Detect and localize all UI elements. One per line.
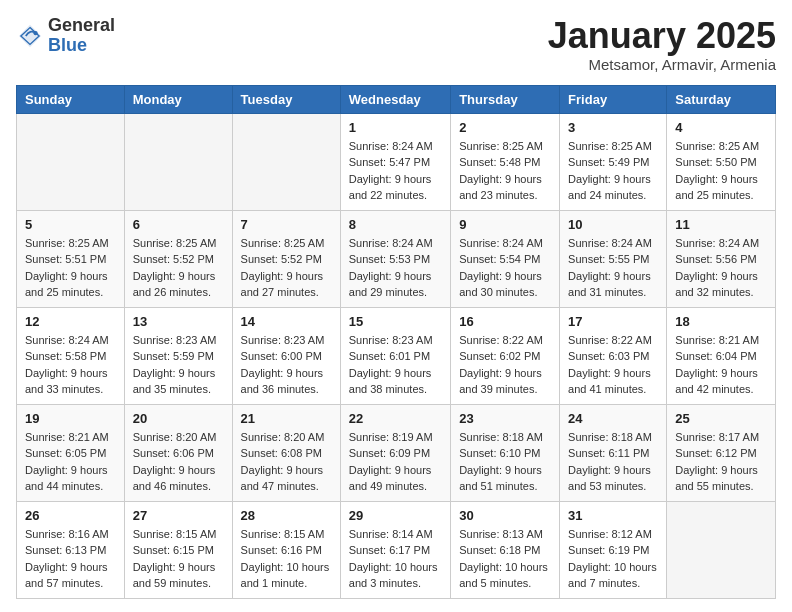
- svg-point-2: [34, 31, 38, 35]
- day-detail: Sunrise: 8:25 AM Sunset: 5:51 PM Dayligh…: [25, 235, 116, 301]
- day-number: 21: [241, 411, 332, 426]
- calendar-header: SundayMondayTuesdayWednesdayThursdayFrid…: [17, 85, 776, 113]
- day-detail: Sunrise: 8:24 AM Sunset: 5:58 PM Dayligh…: [25, 332, 116, 398]
- calendar-cell: 15Sunrise: 8:23 AM Sunset: 6:01 PM Dayli…: [340, 307, 450, 404]
- day-detail: Sunrise: 8:25 AM Sunset: 5:48 PM Dayligh…: [459, 138, 551, 204]
- day-detail: Sunrise: 8:18 AM Sunset: 6:11 PM Dayligh…: [568, 429, 658, 495]
- calendar-cell: 20Sunrise: 8:20 AM Sunset: 6:06 PM Dayli…: [124, 404, 232, 501]
- day-detail: Sunrise: 8:21 AM Sunset: 6:05 PM Dayligh…: [25, 429, 116, 495]
- day-number: 19: [25, 411, 116, 426]
- day-detail: Sunrise: 8:25 AM Sunset: 5:50 PM Dayligh…: [675, 138, 767, 204]
- calendar-cell: 26Sunrise: 8:16 AM Sunset: 6:13 PM Dayli…: [17, 501, 125, 598]
- weekday-header-thursday: Thursday: [451, 85, 560, 113]
- day-number: 3: [568, 120, 658, 135]
- weekday-header-sunday: Sunday: [17, 85, 125, 113]
- day-detail: Sunrise: 8:24 AM Sunset: 5:54 PM Dayligh…: [459, 235, 551, 301]
- calendar-cell: 14Sunrise: 8:23 AM Sunset: 6:00 PM Dayli…: [232, 307, 340, 404]
- day-number: 11: [675, 217, 767, 232]
- day-detail: Sunrise: 8:13 AM Sunset: 6:18 PM Dayligh…: [459, 526, 551, 592]
- week-row-3: 12Sunrise: 8:24 AM Sunset: 5:58 PM Dayli…: [17, 307, 776, 404]
- day-detail: Sunrise: 8:16 AM Sunset: 6:13 PM Dayligh…: [25, 526, 116, 592]
- weekday-header-wednesday: Wednesday: [340, 85, 450, 113]
- day-detail: Sunrise: 8:15 AM Sunset: 6:15 PM Dayligh…: [133, 526, 224, 592]
- calendar-cell: 18Sunrise: 8:21 AM Sunset: 6:04 PM Dayli…: [667, 307, 776, 404]
- week-row-1: 1Sunrise: 8:24 AM Sunset: 5:47 PM Daylig…: [17, 113, 776, 210]
- calendar-cell: 21Sunrise: 8:20 AM Sunset: 6:08 PM Dayli…: [232, 404, 340, 501]
- calendar-cell: 2Sunrise: 8:25 AM Sunset: 5:48 PM Daylig…: [451, 113, 560, 210]
- day-number: 13: [133, 314, 224, 329]
- logo-blue-text: Blue: [48, 36, 115, 56]
- calendar-cell: 25Sunrise: 8:17 AM Sunset: 6:12 PM Dayli…: [667, 404, 776, 501]
- day-number: 25: [675, 411, 767, 426]
- calendar-cell: 12Sunrise: 8:24 AM Sunset: 5:58 PM Dayli…: [17, 307, 125, 404]
- day-number: 10: [568, 217, 658, 232]
- day-detail: Sunrise: 8:17 AM Sunset: 6:12 PM Dayligh…: [675, 429, 767, 495]
- day-number: 29: [349, 508, 442, 523]
- calendar-cell: 8Sunrise: 8:24 AM Sunset: 5:53 PM Daylig…: [340, 210, 450, 307]
- week-row-4: 19Sunrise: 8:21 AM Sunset: 6:05 PM Dayli…: [17, 404, 776, 501]
- day-number: 28: [241, 508, 332, 523]
- calendar-cell: 4Sunrise: 8:25 AM Sunset: 5:50 PM Daylig…: [667, 113, 776, 210]
- day-number: 6: [133, 217, 224, 232]
- calendar-cell: 24Sunrise: 8:18 AM Sunset: 6:11 PM Dayli…: [560, 404, 667, 501]
- calendar-cell: 23Sunrise: 8:18 AM Sunset: 6:10 PM Dayli…: [451, 404, 560, 501]
- calendar-cell: 9Sunrise: 8:24 AM Sunset: 5:54 PM Daylig…: [451, 210, 560, 307]
- logo-general-text: General: [48, 16, 115, 36]
- calendar-cell: 11Sunrise: 8:24 AM Sunset: 5:56 PM Dayli…: [667, 210, 776, 307]
- day-number: 18: [675, 314, 767, 329]
- calendar-subtitle: Metsamor, Armavir, Armenia: [548, 56, 776, 73]
- day-detail: Sunrise: 8:22 AM Sunset: 6:03 PM Dayligh…: [568, 332, 658, 398]
- day-number: 15: [349, 314, 442, 329]
- calendar-cell: 27Sunrise: 8:15 AM Sunset: 6:15 PM Dayli…: [124, 501, 232, 598]
- day-detail: Sunrise: 8:23 AM Sunset: 6:00 PM Dayligh…: [241, 332, 332, 398]
- calendar-cell: 13Sunrise: 8:23 AM Sunset: 5:59 PM Dayli…: [124, 307, 232, 404]
- day-number: 9: [459, 217, 551, 232]
- day-detail: Sunrise: 8:24 AM Sunset: 5:47 PM Dayligh…: [349, 138, 442, 204]
- day-number: 2: [459, 120, 551, 135]
- day-number: 16: [459, 314, 551, 329]
- logo: General Blue: [16, 16, 115, 56]
- calendar-cell: [17, 113, 125, 210]
- day-number: 27: [133, 508, 224, 523]
- day-detail: Sunrise: 8:21 AM Sunset: 6:04 PM Dayligh…: [675, 332, 767, 398]
- day-detail: Sunrise: 8:25 AM Sunset: 5:49 PM Dayligh…: [568, 138, 658, 204]
- day-detail: Sunrise: 8:14 AM Sunset: 6:17 PM Dayligh…: [349, 526, 442, 592]
- title-section: January 2025 Metsamor, Armavir, Armenia: [548, 16, 776, 73]
- day-number: 22: [349, 411, 442, 426]
- day-detail: Sunrise: 8:24 AM Sunset: 5:55 PM Dayligh…: [568, 235, 658, 301]
- logo-icon: [16, 22, 44, 50]
- day-detail: Sunrise: 8:24 AM Sunset: 5:53 PM Dayligh…: [349, 235, 442, 301]
- day-number: 8: [349, 217, 442, 232]
- day-number: 7: [241, 217, 332, 232]
- weekday-header-monday: Monday: [124, 85, 232, 113]
- day-number: 26: [25, 508, 116, 523]
- header: General Blue January 2025 Metsamor, Arma…: [16, 16, 776, 73]
- calendar-cell: [232, 113, 340, 210]
- day-detail: Sunrise: 8:19 AM Sunset: 6:09 PM Dayligh…: [349, 429, 442, 495]
- calendar-cell: 3Sunrise: 8:25 AM Sunset: 5:49 PM Daylig…: [560, 113, 667, 210]
- day-detail: Sunrise: 8:25 AM Sunset: 5:52 PM Dayligh…: [241, 235, 332, 301]
- calendar-cell: [667, 501, 776, 598]
- day-number: 20: [133, 411, 224, 426]
- day-detail: Sunrise: 8:23 AM Sunset: 5:59 PM Dayligh…: [133, 332, 224, 398]
- calendar-cell: [124, 113, 232, 210]
- calendar-cell: 1Sunrise: 8:24 AM Sunset: 5:47 PM Daylig…: [340, 113, 450, 210]
- calendar-cell: 19Sunrise: 8:21 AM Sunset: 6:05 PM Dayli…: [17, 404, 125, 501]
- day-number: 30: [459, 508, 551, 523]
- week-row-5: 26Sunrise: 8:16 AM Sunset: 6:13 PM Dayli…: [17, 501, 776, 598]
- day-number: 1: [349, 120, 442, 135]
- calendar-cell: 6Sunrise: 8:25 AM Sunset: 5:52 PM Daylig…: [124, 210, 232, 307]
- day-detail: Sunrise: 8:20 AM Sunset: 6:06 PM Dayligh…: [133, 429, 224, 495]
- calendar-cell: 29Sunrise: 8:14 AM Sunset: 6:17 PM Dayli…: [340, 501, 450, 598]
- day-number: 31: [568, 508, 658, 523]
- week-row-2: 5Sunrise: 8:25 AM Sunset: 5:51 PM Daylig…: [17, 210, 776, 307]
- calendar-cell: 7Sunrise: 8:25 AM Sunset: 5:52 PM Daylig…: [232, 210, 340, 307]
- calendar-cell: 31Sunrise: 8:12 AM Sunset: 6:19 PM Dayli…: [560, 501, 667, 598]
- day-detail: Sunrise: 8:12 AM Sunset: 6:19 PM Dayligh…: [568, 526, 658, 592]
- calendar-cell: 16Sunrise: 8:22 AM Sunset: 6:02 PM Dayli…: [451, 307, 560, 404]
- weekday-header-row: SundayMondayTuesdayWednesdayThursdayFrid…: [17, 85, 776, 113]
- calendar-title: January 2025: [548, 16, 776, 56]
- calendar-table: SundayMondayTuesdayWednesdayThursdayFrid…: [16, 85, 776, 599]
- day-number: 12: [25, 314, 116, 329]
- calendar-cell: 28Sunrise: 8:15 AM Sunset: 6:16 PM Dayli…: [232, 501, 340, 598]
